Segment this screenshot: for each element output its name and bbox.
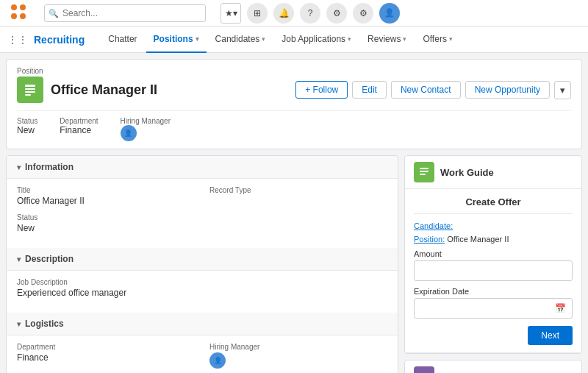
dept-field: Department Finance ✏ (17, 343, 195, 369)
work-guide-header: Work Guide (405, 156, 581, 189)
left-panel: ▾ Information Title Office Manager II ✏ … (6, 155, 398, 373)
record-type-field: Record Type ✏ (209, 186, 387, 206)
hiring-mgr-value: 👤 ✏ (209, 352, 387, 369)
svg-rect-6 (25, 91, 35, 93)
svg-rect-8 (420, 168, 429, 169)
favorites-icon[interactable]: ★▾ (220, 3, 241, 24)
nav-positions-label: Positions (154, 34, 193, 44)
nav-reviews[interactable]: Reviews ▾ (360, 26, 414, 53)
waffle-icon[interactable]: ⋮⋮ (7, 34, 28, 46)
calendar-icon[interactable]: 📅 (555, 303, 566, 313)
svg-rect-9 (420, 171, 429, 172)
amount-input[interactable] (414, 260, 573, 281)
empty-field (209, 213, 387, 233)
svg-rect-5 (25, 88, 35, 90)
user-avatar[interactable]: 👤 (379, 3, 400, 24)
svg-rect-4 (25, 85, 35, 87)
right-panel: Work Guide Create Offer Candidate: Posit… (404, 155, 582, 373)
status-field: Status New ✏ (17, 213, 195, 233)
nav-reviews-label: Reviews (368, 34, 401, 44)
job-applications-card: Job Applications (1) ▾ APP-0013 ▾ Status… (404, 360, 582, 373)
job-applications-header: Job Applications (1) ▾ (405, 360, 581, 373)
gear-icon[interactable]: ⚙ (326, 3, 347, 24)
logistics-title: Logistics (25, 319, 64, 329)
svg-point-1 (20, 4, 26, 10)
follow-button[interactable]: + Follow (295, 81, 348, 99)
department-label: Department (60, 117, 98, 125)
more-actions-button[interactable]: ▾ (554, 81, 571, 99)
dept-val: Finance (17, 352, 49, 363)
main-content: ▾ Information Title Office Manager II ✏ … (0, 155, 588, 373)
app-title: Recruiting (34, 34, 85, 46)
nav-job-applications-label: Job Applications (282, 34, 345, 44)
dept-label: Department (17, 343, 195, 351)
search-icon: 🔍 (49, 8, 59, 18)
hiring-manager-meta: Hiring Manager 👤 (121, 117, 171, 141)
nav-candidates-label: Candidates (215, 34, 260, 44)
position-label[interactable]: Position: (414, 235, 445, 244)
candidate-row: Candidate: (414, 221, 573, 230)
bell-icon[interactable]: 🔔 (273, 3, 294, 24)
job-desc-val: Experienced office manager (17, 288, 126, 298)
hiring-mgr-field: Hiring Manager 👤 ✏ (209, 343, 387, 369)
hiring-manager-avatar: 👤 (121, 125, 137, 141)
new-opportunity-button[interactable]: New Opportunity (465, 81, 550, 99)
next-button[interactable]: Next (528, 326, 573, 345)
amount-label: Amount (414, 249, 573, 258)
information-title: Information (25, 162, 74, 172)
status-meta: Status New (17, 117, 37, 141)
nav-positions[interactable]: Positions ▾ (146, 26, 207, 53)
nav-offers[interactable]: Offers ▾ (415, 26, 459, 53)
info-row-2: Status New ✏ (17, 213, 387, 233)
record-type-value: ✏ (209, 196, 387, 204)
nav-chatter[interactable]: Chatter (101, 26, 144, 53)
position-icon (17, 77, 43, 103)
description-section-header[interactable]: ▾ Description (7, 248, 398, 271)
description-toggle[interactable]: ▾ (17, 255, 21, 263)
description-section-body: Job Description Experienced office manag… (7, 271, 398, 313)
title-field-value: Office Manager II ✏ (17, 196, 195, 206)
information-toggle[interactable]: ▾ (17, 163, 21, 171)
record-actions: + Follow Edit New Contact New Opportunit… (295, 81, 571, 99)
record-type-label: Position (17, 67, 571, 75)
setup-icon[interactable]: ⚙ (353, 3, 373, 24)
svg-rect-10 (420, 174, 426, 175)
work-guide-icon (414, 162, 434, 182)
status-field-value: New ✏ (17, 223, 195, 233)
create-offer-section: Create Offer Candidate: Position: Office… (405, 189, 581, 353)
expiration-date-input[interactable]: 📅 (414, 298, 573, 319)
logistics-row-1: Department Finance ✏ Hiring Manager 👤 ✏ (17, 343, 387, 369)
department-meta: Department Finance (60, 117, 98, 141)
job-desc-label: Job Description (17, 278, 387, 286)
new-contact-button[interactable]: New Contact (391, 81, 461, 99)
title-field: Title Office Manager II ✏ (17, 186, 195, 206)
information-section-header[interactable]: ▾ Information (7, 156, 398, 179)
logistics-section-header[interactable]: ▾ Logistics (7, 313, 398, 335)
job-apps-icon (414, 366, 434, 373)
nav-job-applications[interactable]: Job Applications ▾ (274, 26, 359, 53)
nav-candidates[interactable]: Candidates ▾ (208, 26, 273, 53)
candidates-caret: ▾ (262, 35, 265, 43)
hiring-mgr-avatar-field: 👤 (209, 352, 226, 369)
title-value: Office Manager II (17, 196, 85, 206)
search-input[interactable] (44, 4, 206, 22)
hiring-mgr-label: Hiring Manager (209, 343, 387, 351)
candidate-label[interactable]: Candidate: (414, 221, 453, 230)
status-value: New (17, 125, 35, 135)
top-nav-icons: ★▾ ⊞ 🔔 ? ⚙ ⚙ 👤 (220, 3, 400, 24)
nav-offers-label: Offers (423, 34, 446, 44)
status-label: Status (17, 117, 37, 125)
logistics-toggle[interactable]: ▾ (17, 320, 21, 328)
app-navigation: ⋮⋮ Recruiting Chatter Positions ▾ Candid… (0, 26, 588, 53)
svg-point-2 (11, 13, 17, 19)
expiration-date-label: Expiration Date (414, 287, 573, 296)
grid-icon[interactable]: ⊞ (247, 3, 268, 24)
job-desc-value: Experienced office manager ✏ (17, 288, 387, 298)
offers-caret: ▾ (449, 35, 453, 43)
help-icon[interactable]: ? (300, 3, 320, 24)
edit-button[interactable]: Edit (352, 81, 387, 99)
information-section-body: Title Office Manager II ✏ Record Type ✏ (7, 179, 398, 248)
record-header: Position Office Manager II + Follow Edit… (6, 59, 582, 149)
department-value: Finance (60, 125, 91, 135)
title-field-label: Title (17, 186, 195, 194)
